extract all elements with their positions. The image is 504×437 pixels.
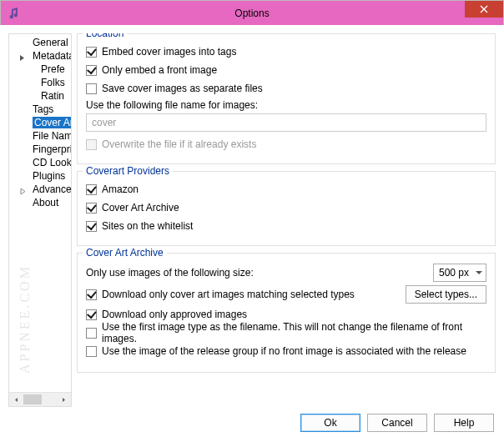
scroll-thumb[interactable] [23, 394, 42, 404]
close-button[interactable] [465, 1, 503, 18]
ok-button[interactable]: Ok [300, 414, 360, 432]
overwrite-checkbox [86, 139, 97, 150]
dialog-button-bar: Ok Cancel Help [300, 414, 494, 432]
caa-group: Cover Art Archive Only use images of the… [77, 253, 496, 373]
location-group: Location Embed cover images into tags On… [77, 33, 496, 164]
providers-legend: Coverart Providers [83, 165, 173, 177]
filename-input [86, 113, 486, 132]
caa-download-matching-checkbox[interactable] [86, 289, 97, 300]
tree-item-cd-lookup[interactable]: CD Look [9, 156, 71, 169]
embed-cover-label: Embed cover images into tags [102, 46, 236, 58]
only-front-checkbox[interactable] [86, 65, 97, 76]
caa-legend: Cover Art Archive [83, 247, 167, 259]
tree-item-tags[interactable]: Tags [9, 103, 71, 116]
caa-use-release-group-checkbox[interactable] [86, 346, 97, 357]
location-legend: Location [83, 33, 127, 39]
only-front-label: Only embed a front image [102, 64, 217, 76]
tree-item-file-naming[interactable]: File Nam [9, 129, 71, 143]
save-separate-label: Save cover images as separate files [102, 83, 263, 94]
tree-item-advanced[interactable]: Advance [9, 183, 71, 196]
provider-caa-checkbox[interactable] [86, 203, 97, 213]
chevron-down-icon [476, 271, 482, 274]
embed-cover-checkbox[interactable] [86, 47, 97, 58]
tree-item-ratings[interactable]: Ratin [9, 89, 71, 103]
tree-item-folksonomy[interactable]: Folks [9, 76, 71, 89]
overwrite-label: Overwrite the file if it already exists [102, 138, 256, 150]
titlebar: Options [1, 1, 503, 26]
caa-download-approved-label: Download only approved images [102, 309, 247, 320]
select-types-button[interactable]: Select types... [406, 285, 486, 304]
help-button[interactable]: Help [434, 414, 494, 432]
caa-download-approved-checkbox[interactable] [86, 309, 97, 320]
expander-collapsed-icon[interactable] [19, 52, 27, 59]
caa-size-select[interactable]: 500 px [433, 264, 486, 282]
tree-item-cover-art[interactable]: Cover Ar [9, 116, 71, 129]
tree-item-plugins[interactable]: Plugins [9, 169, 71, 183]
save-separate-checkbox[interactable] [86, 83, 97, 94]
provider-whitelist-checkbox[interactable] [86, 221, 97, 232]
provider-amazon-label: Amazon [102, 183, 139, 195]
tree-item-metadata[interactable]: Metadata [9, 49, 71, 63]
provider-whitelist-label: Sites on the whitelist [102, 220, 193, 232]
watermark: APPNEE.COM [18, 264, 33, 374]
nav-tree: General Metadata Prefe Folks Ratin Tags … [8, 33, 72, 407]
provider-amazon-checkbox[interactable] [86, 184, 97, 195]
tree-item-about[interactable]: About [9, 196, 71, 209]
caa-use-release-group-label: Use the image of the release group if no… [102, 345, 466, 357]
caa-use-first-type-label: Use the first image type as the filename… [102, 321, 486, 344]
provider-caa-label: Cover Art Archive [102, 202, 179, 213]
cancel-button[interactable]: Cancel [367, 414, 427, 432]
caa-size-label: Only use images of the following size: [86, 267, 254, 279]
tree-item-general[interactable]: General [9, 36, 71, 49]
scroll-track[interactable] [23, 393, 57, 406]
caa-use-first-type-checkbox[interactable] [86, 328, 97, 339]
window-title: Options [1, 8, 503, 19]
tree-item-preferred[interactable]: Prefe [9, 63, 71, 76]
caa-size-value: 500 px [439, 267, 469, 279]
scroll-left-button[interactable] [9, 393, 23, 406]
tree-item-fingerprinting[interactable]: Fingerpri [9, 143, 71, 156]
content-pane: Location Embed cover images into tags On… [77, 33, 496, 407]
caa-download-matching-label: Download only cover art images matching … [102, 289, 355, 300]
filename-label: Use the following file name for images: [86, 99, 486, 111]
providers-group: Coverart Providers Amazon Cover Art Arch… [77, 171, 496, 246]
expander-expandable-icon[interactable] [19, 185, 27, 193]
tree-horizontal-scrollbar[interactable] [9, 392, 71, 406]
scroll-right-button[interactable] [57, 393, 71, 406]
app-icon [8, 7, 21, 20]
